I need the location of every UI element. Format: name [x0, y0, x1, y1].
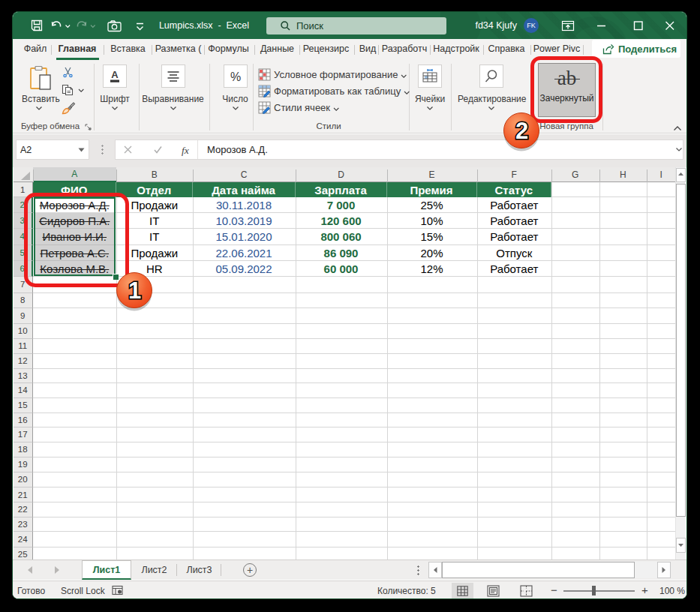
svg-text:fx: fx [182, 145, 189, 156]
svg-text:%: % [230, 70, 240, 82]
svg-text:А: А [111, 69, 119, 80]
svg-text:1: 1 [128, 278, 140, 304]
svg-text:2: 2 [515, 117, 527, 143]
